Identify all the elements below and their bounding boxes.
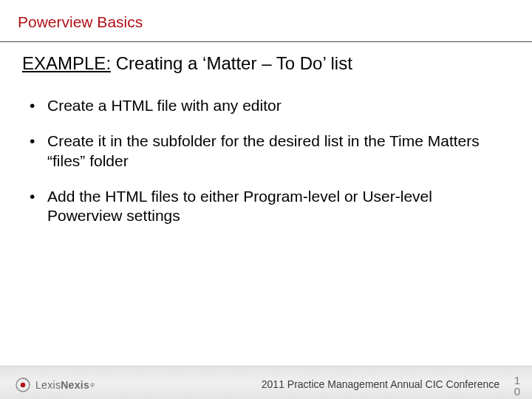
page-number: 1 0 [510,375,525,398]
divider [0,41,532,42]
svg-point-1 [21,383,25,387]
page-number-top: 1 [510,375,525,386]
logo-reg: ® [90,382,95,389]
footer-text: 2011 Practice Management Annual CIC Conf… [262,378,499,390]
slide-subtitle: EXAMPLE: Creating a ‘Matter – To Do’ lis… [22,53,352,74]
bullet-list: Create a HTML file with any editor Creat… [30,96,488,242]
subtitle-rest: Creating a ‘Matter – To Do’ list [111,53,352,73]
bullet-item: Create a HTML file with any editor [30,96,488,115]
slide: Powerview Basics EXAMPLE: Creating a ‘Ma… [0,0,532,399]
bullet-item: Create it in the subfolder for the desir… [30,132,488,171]
bullet-item: Add the HTML files to either Program-lev… [30,187,488,226]
footer-bar: LexisNexis® 2011 Practice Management Ann… [0,366,532,399]
logo-text-lexis: Lexis [35,379,61,391]
subtitle-underlined: EXAMPLE: [22,53,111,73]
logo-text-nexis: Nexis [61,379,89,391]
section-title: Powerview Basics [18,13,143,31]
page-number-bottom: 0 [510,386,525,398]
logo-icon [15,377,31,393]
lexisnexis-logo: LexisNexis® [15,377,95,393]
